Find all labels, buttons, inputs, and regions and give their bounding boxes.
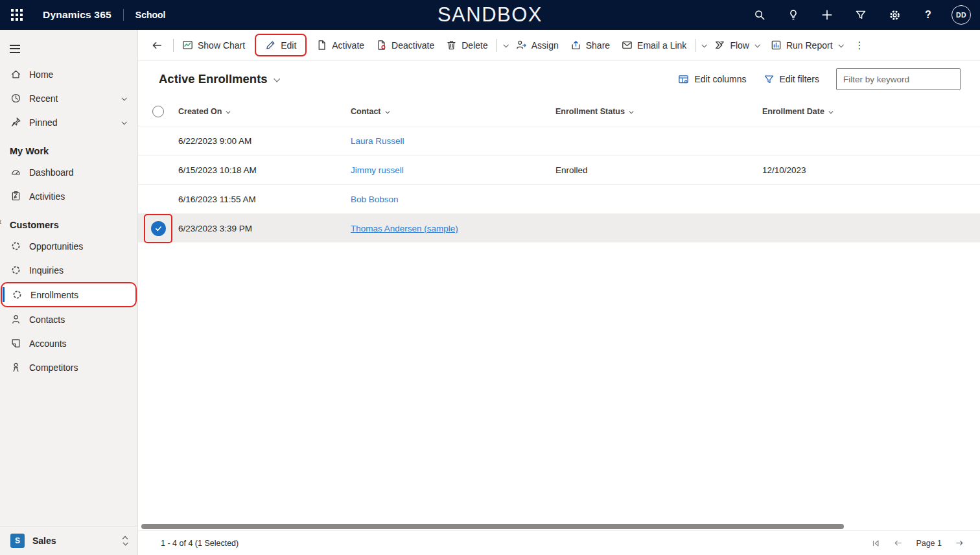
next-page-button[interactable] <box>955 538 964 548</box>
run-report-button[interactable]: Run Report <box>765 36 848 54</box>
horizontal-scrollbar-thumb[interactable] <box>141 524 844 529</box>
edit-columns-label: Edit columns <box>694 74 746 84</box>
folded-page-icon <box>10 338 21 349</box>
page-icon <box>316 40 327 51</box>
table-row[interactable]: 6/15/2023 10:18 AM Jimmy russell Enrolle… <box>138 155 980 184</box>
sidebar-item-opportunities[interactable]: Opportunities <box>0 234 137 258</box>
topbar-divider <box>123 9 124 21</box>
back-arrow-icon <box>151 40 163 51</box>
flow-label: Flow <box>730 40 749 51</box>
flow-button[interactable]: Flow <box>708 36 765 54</box>
sidebar-item-contacts[interactable]: Contacts <box>0 307 137 331</box>
command-divider <box>695 39 695 52</box>
chevron-down-icon[interactable] <box>121 95 126 100</box>
email-a-link-button[interactable]: Email a Link <box>616 36 692 54</box>
area-initial-badge: S <box>10 534 25 548</box>
brand-title[interactable]: Dynamics 365 <box>43 9 111 21</box>
show-chart-button[interactable]: Show Chart <box>176 36 251 54</box>
email-split-chevron[interactable] <box>698 40 708 51</box>
column-header-enrollment-date[interactable]: Enrollment Date <box>762 107 980 116</box>
edit-button[interactable]: Edit <box>256 35 305 55</box>
back-button[interactable] <box>146 34 168 56</box>
contact-link[interactable]: Jimmy russell <box>351 165 555 175</box>
column-header-enrollment-status[interactable]: Enrollment Status <box>555 107 762 116</box>
select-all-checkbox[interactable] <box>152 106 164 117</box>
delete-label: Delete <box>461 40 487 51</box>
cell-created-on: 6/16/2023 11:55 AM <box>178 195 351 204</box>
top-navigation-bar: Dynamics 365 School SANDBOX ? DD <box>0 0 980 30</box>
assign-label: Assign <box>531 40 559 51</box>
sidebar-item-pinned[interactable]: Pinned <box>0 110 137 134</box>
clipboard-icon <box>10 191 21 202</box>
filter-by-keyword-input[interactable] <box>836 68 961 90</box>
sidebar-item-label: Competitors <box>29 362 78 373</box>
hamburger-menu-icon[interactable] <box>10 40 29 57</box>
sidebar-item-competitors[interactable]: Competitors <box>0 355 137 379</box>
row-checkbox-highlighted[interactable] <box>144 214 172 243</box>
grid-status-bar: 1 - 4 of 4 (1 Selected) Page 1 <box>138 530 980 555</box>
sidebar-item-accounts[interactable]: Accounts <box>0 331 137 355</box>
assign-person-icon <box>516 40 527 51</box>
selected-checkbox-icon[interactable] <box>151 221 166 236</box>
search-icon[interactable] <box>749 5 770 25</box>
site-map-sidebar: Home Recent Pinned My Work Dashboard Act… <box>0 30 138 555</box>
edit-filters-button[interactable]: Edit filters <box>764 74 819 85</box>
lightbulb-icon[interactable] <box>783 5 804 25</box>
share-label: Share <box>586 40 610 51</box>
share-button[interactable]: Share <box>565 36 616 54</box>
first-page-button[interactable] <box>871 539 880 548</box>
sidebar-item-label: Recent <box>29 93 58 104</box>
previous-page-button[interactable] <box>893 538 903 548</box>
assign-button[interactable]: Assign <box>510 36 565 54</box>
sidebar-item-enrollments[interactable]: Enrollments <box>1 283 136 307</box>
pencil-icon <box>265 40 276 51</box>
deactivate-button[interactable]: Deactivate <box>370 36 440 54</box>
page-indicator: Page 1 <box>916 539 942 548</box>
table-row-selected[interactable]: 6/23/2023 3:39 PM Thomas Andersen (sampl… <box>138 213 980 242</box>
sidebar-item-activities[interactable]: Activities <box>0 184 137 208</box>
grid-empty-space <box>138 242 980 523</box>
edit-columns-button[interactable]: Edit columns <box>678 74 746 85</box>
contact-link[interactable]: Thomas Andersen (sample) <box>351 224 555 233</box>
filter-icon[interactable] <box>850 5 871 25</box>
activate-button[interactable]: Activate <box>310 36 370 54</box>
delete-split-chevron[interactable] <box>500 40 510 51</box>
column-header-created-on[interactable]: Created On <box>178 107 351 116</box>
sidebar-item-label: Accounts <box>29 338 67 349</box>
contact-link[interactable]: Laura Russell <box>351 136 555 146</box>
cell-status: Enrolled <box>555 165 762 175</box>
user-avatar[interactable]: DD <box>951 5 971 25</box>
sidebar-item-recent[interactable]: Recent <box>0 86 137 110</box>
person-award-icon <box>10 362 21 373</box>
chevron-down-icon[interactable] <box>121 119 126 124</box>
clock-icon <box>10 93 21 104</box>
home-icon <box>10 69 21 80</box>
email-a-link-label: Email a Link <box>637 40 686 51</box>
delete-button[interactable]: Delete <box>440 36 493 54</box>
horizontal-scrollbar-track <box>138 523 980 530</box>
sidebar-item-dashboard[interactable]: Dashboard <box>0 160 137 184</box>
edit-label: Edit <box>281 40 296 51</box>
app-name[interactable]: School <box>135 10 166 20</box>
deactivate-label: Deactivate <box>391 40 434 51</box>
record-count-status: 1 - 4 of 4 (1 Selected) <box>161 539 239 548</box>
table-row[interactable]: 6/16/2023 11:55 AM Bob Bobson <box>138 184 980 213</box>
sidebar-item-label: Dashboard <box>29 167 74 178</box>
column-header-contact[interactable]: Contact <box>351 107 555 116</box>
sidebar-item-home[interactable]: Home <box>0 62 137 86</box>
help-icon[interactable]: ? <box>918 5 939 25</box>
plus-icon[interactable] <box>817 5 837 25</box>
sidebar-item-inquiries[interactable]: Inquiries <box>0 258 137 282</box>
area-switch-icon[interactable] <box>123 537 127 545</box>
area-switcher[interactable]: S Sales <box>0 526 137 555</box>
command-bar: Show Chart Edit Activate Deactivate Dele <box>138 30 980 61</box>
table-row[interactable]: 6/22/2023 9:00 AM Laura Russell <box>138 126 980 155</box>
edit-filters-label: Edit filters <box>780 74 819 84</box>
view-selector[interactable]: Active Enrollments <box>159 72 279 86</box>
app-launcher-icon[interactable] <box>9 7 25 23</box>
settings-gear-icon[interactable] <box>884 5 905 25</box>
contact-link[interactable]: Bob Bobson <box>351 195 555 204</box>
activate-label: Activate <box>332 40 364 51</box>
collapse-indicator-icon: ‹ <box>0 217 1 226</box>
overflow-menu-button[interactable]: ⋮ <box>848 36 872 55</box>
